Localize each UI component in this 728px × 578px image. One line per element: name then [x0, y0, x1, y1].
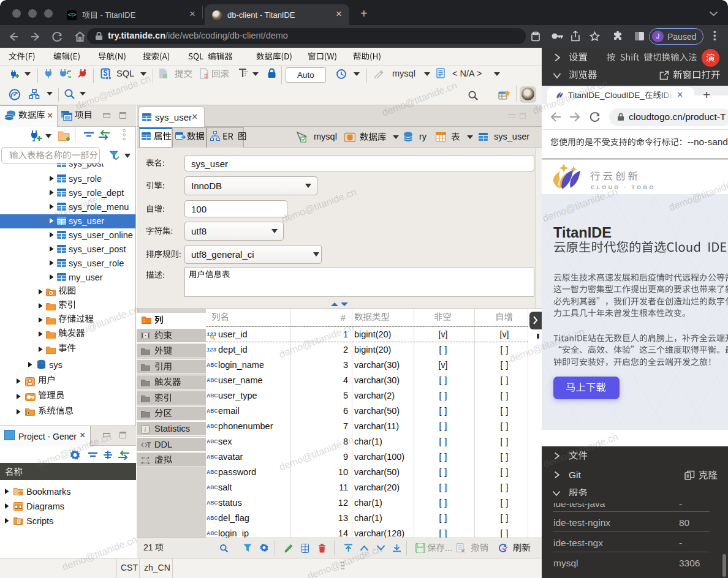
svg-text:i: i — [145, 426, 146, 433]
